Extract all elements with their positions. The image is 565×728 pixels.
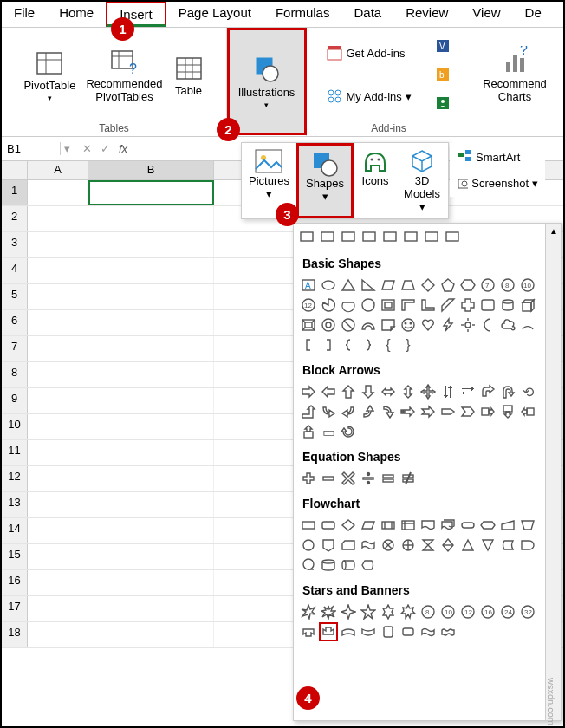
shape-alt-process[interactable] <box>319 516 338 535</box>
scroll-up-icon[interactable]: ▲ <box>546 224 562 239</box>
row-header-16[interactable]: 16 <box>2 570 28 595</box>
row-header-7[interactable]: 7 <box>2 336 28 361</box>
cell[interactable] <box>88 414 214 439</box>
row-header-5[interactable]: 5 <box>2 284 28 309</box>
visio-icon[interactable]: V <box>435 38 451 54</box>
shape-brackets[interactable]: } <box>399 335 418 354</box>
pivot-table-button[interactable]: PivotTable ▾ <box>18 31 81 118</box>
shape-arrow-ud[interactable] <box>399 382 418 401</box>
screenshot-button[interactable]: Screenshot ▾ <box>453 172 542 193</box>
shape-double-wave[interactable] <box>438 622 458 641</box>
recommended-pivot-button[interactable]: ? Recommended PivotTables <box>81 31 167 118</box>
cell[interactable] <box>88 570 214 595</box>
icons-button[interactable]: Icons <box>354 143 397 218</box>
shape-minus[interactable] <box>319 469 338 488</box>
shape-trapezoid[interactable] <box>399 276 418 295</box>
shape-diag-stripe[interactable] <box>438 296 458 315</box>
shape-arrow-callout-l[interactable] <box>518 402 537 421</box>
shape-lightning[interactable] <box>438 315 458 335</box>
shape-brace-l[interactable] <box>339 335 358 354</box>
shape-folded-corner[interactable] <box>379 315 398 335</box>
cell[interactable] <box>88 206 214 231</box>
shape-hexagon[interactable] <box>458 276 477 295</box>
shape-multiply[interactable] <box>339 469 358 488</box>
tab-review[interactable]: Review <box>393 2 460 27</box>
shape-decagon[interactable]: 10 <box>518 276 537 295</box>
shape-delay[interactable] <box>518 536 537 555</box>
shape-star4[interactable] <box>339 602 358 621</box>
cell[interactable] <box>28 206 88 231</box>
cell[interactable] <box>88 440 214 465</box>
shape-star6[interactable] <box>379 602 398 621</box>
shape-internal-storage[interactable] <box>399 516 418 535</box>
shape-teardrop[interactable] <box>359 296 378 315</box>
shape-parallelogram[interactable] <box>379 276 398 295</box>
cell[interactable] <box>28 258 88 283</box>
shape-rect[interactable] <box>443 227 462 246</box>
shape-explosion2[interactable] <box>319 602 338 621</box>
shape-plus[interactable] <box>299 469 318 488</box>
shape-brackets[interactable]: { <box>379 335 398 354</box>
shape-cloud[interactable] <box>498 315 517 335</box>
cell[interactable] <box>88 518 214 543</box>
shape-pie[interactable] <box>319 296 338 315</box>
shape-not-equal[interactable] <box>399 469 418 488</box>
shape-star7[interactable] <box>399 602 418 621</box>
shape-terminator[interactable] <box>458 516 477 535</box>
shape-arrow-uturn[interactable] <box>498 382 517 401</box>
shape-display[interactable] <box>359 556 378 575</box>
shape-arrow-callout-d[interactable] <box>498 402 517 421</box>
shape-wave[interactable] <box>419 622 438 641</box>
cell[interactable] <box>88 362 214 387</box>
cell[interactable] <box>28 596 88 621</box>
shape-multidoc[interactable] <box>438 516 458 535</box>
shape-connector[interactable] <box>299 536 318 555</box>
row-header-6[interactable]: 6 <box>2 310 28 335</box>
row-header-8[interactable]: 8 <box>2 362 28 387</box>
shape-arrow-bent[interactable] <box>478 382 497 401</box>
shape-rect[interactable] <box>339 227 358 246</box>
row-header-11[interactable]: 11 <box>2 440 28 465</box>
cell[interactable] <box>88 596 214 621</box>
cell[interactable] <box>88 622 214 647</box>
shape-seq-storage[interactable] <box>299 556 318 575</box>
shape-moon[interactable] <box>478 315 497 335</box>
shape-arrow[interactable]: ⮂ <box>458 382 477 401</box>
shape-ribbon-down[interactable] <box>319 622 338 641</box>
name-box-dropdown[interactable]: ▾ <box>61 142 74 155</box>
shape-bracket-r[interactable] <box>319 335 338 354</box>
shape-half-frame[interactable] <box>399 296 418 315</box>
shape-arrow-right[interactable] <box>299 382 318 401</box>
cell[interactable] <box>88 492 214 517</box>
get-addins-button[interactable]: Get Add-ins <box>322 42 435 64</box>
row-header-4[interactable]: 4 <box>2 258 28 283</box>
shape-heart[interactable] <box>419 315 438 335</box>
shape-heptagon[interactable]: 7 <box>478 276 497 295</box>
shape-arrow-home[interactable] <box>438 402 458 421</box>
name-box[interactable]: B1 <box>2 142 61 155</box>
people-icon[interactable] <box>435 95 451 111</box>
shape-arrow[interactable]: ⟲ <box>518 382 537 401</box>
shape-arrow-curved-r[interactable] <box>319 402 338 421</box>
fx-icon[interactable]: fx <box>119 142 127 155</box>
cell[interactable] <box>28 466 88 491</box>
shape-equals[interactable] <box>379 469 398 488</box>
shape-can[interactable] <box>498 296 517 315</box>
recommended-charts-button[interactable]: ? Recommend Charts <box>477 31 552 118</box>
shape-bracket-l[interactable] <box>299 335 318 354</box>
shape-arrow-notched[interactable] <box>419 402 438 421</box>
cell[interactable] <box>28 310 88 335</box>
shape-arrow-curved-d[interactable] <box>379 402 398 421</box>
shape-star8[interactable]: 8 <box>419 602 438 621</box>
shape-arrow[interactable]: ⮃ <box>438 382 458 401</box>
col-header-b[interactable]: B <box>88 161 214 179</box>
shape-rect[interactable] <box>318 227 337 246</box>
shape-junction[interactable] <box>379 536 398 555</box>
shape-sort[interactable] <box>438 536 458 555</box>
shape-arrow-callout[interactable]: ▭ <box>319 422 338 441</box>
shape-oval[interactable] <box>319 276 338 295</box>
shape-star10[interactable]: 10 <box>438 602 458 621</box>
tab-data[interactable]: Data <box>341 2 393 27</box>
cell[interactable] <box>28 414 88 439</box>
shape-cube[interactable] <box>518 296 537 315</box>
